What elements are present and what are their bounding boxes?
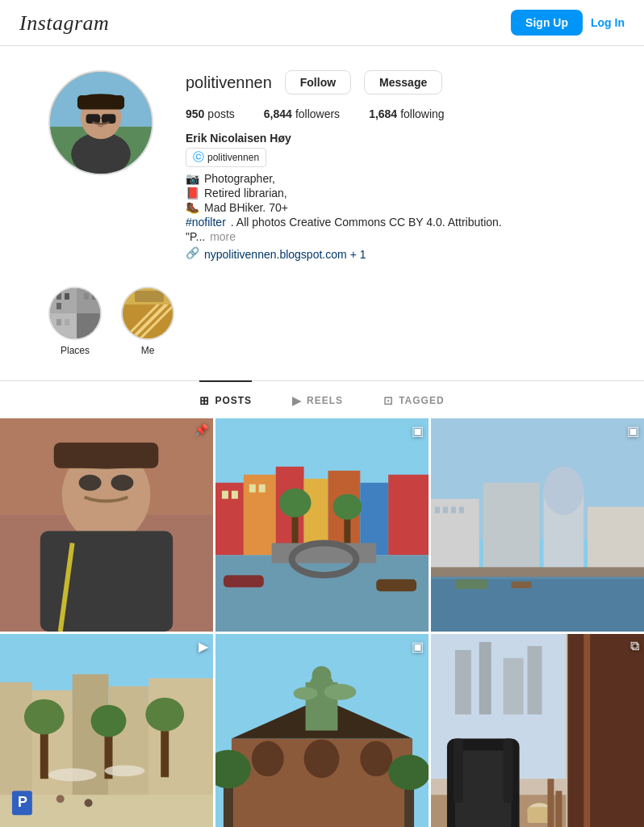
video-icon-4: ▶ bbox=[199, 639, 208, 654]
svg-rect-117 bbox=[479, 642, 491, 715]
grid-image-3 bbox=[431, 418, 644, 632]
header-actions: Sign Up Log In bbox=[511, 10, 625, 36]
bio-line-1: 📷 Photographer, bbox=[186, 172, 610, 185]
tab-tagged[interactable]: ⊡ TAGGED bbox=[383, 381, 444, 418]
media-icon-5: ▣ bbox=[412, 639, 424, 654]
more-link[interactable]: more bbox=[210, 230, 236, 243]
story-label-places: Places bbox=[61, 345, 90, 356]
bio-website: 🔗 nypolitivennen.blogspot.com + 1 bbox=[186, 245, 610, 261]
tab-posts[interactable]: ⊞ POSTS bbox=[199, 380, 252, 418]
svg-rect-50 bbox=[232, 491, 238, 499]
svg-point-93 bbox=[56, 795, 65, 803]
svg-rect-71 bbox=[451, 507, 456, 514]
svg-rect-12 bbox=[77, 287, 100, 313]
svg-rect-75 bbox=[431, 567, 644, 577]
svg-rect-84 bbox=[148, 678, 213, 795]
svg-rect-113 bbox=[567, 634, 644, 827]
bio-line-5: "P... more bbox=[186, 230, 610, 243]
bio-icon-3: 🥾 bbox=[186, 201, 199, 214]
followers-stat[interactable]: 6,844 followers bbox=[264, 107, 340, 120]
svg-rect-77 bbox=[512, 581, 532, 588]
avatar-container bbox=[48, 70, 153, 175]
svg-rect-19 bbox=[92, 293, 97, 300]
svg-rect-16 bbox=[65, 293, 69, 300]
followers-label: followers bbox=[295, 107, 340, 120]
svg-point-67 bbox=[543, 467, 583, 515]
tab-reels[interactable]: ▶ REELS bbox=[292, 381, 343, 418]
grid-item-3[interactable]: ▣ bbox=[431, 418, 644, 632]
svg-point-107 bbox=[294, 687, 318, 700]
svg-point-99 bbox=[252, 741, 284, 776]
bio-quote: "P... bbox=[186, 230, 205, 243]
svg-point-54 bbox=[279, 489, 312, 518]
svg-point-94 bbox=[85, 799, 93, 807]
svg-rect-20 bbox=[56, 319, 61, 325]
story-image-places bbox=[50, 288, 100, 338]
svg-rect-124 bbox=[504, 739, 513, 804]
full-name: Erik Nicolaisen Høy bbox=[186, 132, 610, 145]
video-icon-2: ▣ bbox=[412, 423, 424, 439]
svg-rect-119 bbox=[528, 646, 542, 715]
following-count: 1,684 bbox=[369, 107, 397, 120]
svg-rect-61 bbox=[376, 579, 416, 591]
svg-point-92 bbox=[105, 765, 145, 776]
website-extra: + 1 bbox=[350, 248, 366, 261]
stories-section: Places Me bbox=[0, 279, 644, 372]
svg-point-111 bbox=[388, 754, 429, 790]
story-circle-me bbox=[121, 287, 174, 340]
signup-button[interactable]: Sign Up bbox=[511, 10, 583, 36]
svg-rect-14 bbox=[77, 313, 100, 340]
follow-button[interactable]: Follow bbox=[285, 70, 351, 94]
verified-icon: ⓒ bbox=[193, 150, 204, 165]
instagram-logo: Instagram bbox=[19, 10, 109, 36]
header: Instagram Sign Up Log In bbox=[0, 0, 644, 46]
grid-image-6 bbox=[431, 634, 644, 827]
username: politivennen bbox=[186, 73, 272, 92]
posts-stat: 950 posts bbox=[186, 107, 235, 120]
svg-rect-48 bbox=[388, 475, 429, 556]
story-circle-places bbox=[48, 287, 102, 340]
grid-item-5[interactable]: ▣ bbox=[215, 634, 429, 827]
grid-item-2[interactable]: ▣ bbox=[215, 418, 429, 632]
svg-rect-42 bbox=[215, 483, 244, 556]
profile-info: politivennen Follow Message 950 posts 6,… bbox=[186, 70, 610, 262]
story-item-places[interactable]: Places bbox=[48, 287, 102, 356]
grid-item-1[interactable]: 📌 bbox=[0, 418, 213, 632]
svg-rect-49 bbox=[222, 491, 228, 499]
website-url: nypolitivennen.blogspot.com bbox=[204, 248, 347, 261]
following-stat[interactable]: 1,684 following bbox=[369, 107, 445, 120]
tab-reels-label: REELS bbox=[307, 395, 343, 406]
svg-point-106 bbox=[324, 684, 356, 700]
tab-tagged-label: TAGGED bbox=[399, 395, 444, 406]
story-item-me[interactable]: Me bbox=[121, 287, 174, 356]
grid-item-6[interactable]: ⧉ bbox=[431, 634, 644, 827]
bio-text-1: Photographer, bbox=[204, 172, 275, 185]
svg-rect-127 bbox=[547, 779, 554, 827]
svg-rect-123 bbox=[454, 739, 463, 804]
stats: 950 posts 6,844 followers 1,684 followin… bbox=[186, 107, 610, 120]
grid-item-4[interactable]: P ▶ bbox=[0, 634, 213, 827]
bio-line-2: 📕 Retired librarian, bbox=[186, 187, 610, 199]
svg-rect-18 bbox=[84, 293, 89, 300]
svg-rect-60 bbox=[224, 575, 264, 587]
story-label-me: Me bbox=[141, 345, 155, 356]
svg-rect-36 bbox=[54, 443, 159, 468]
svg-point-100 bbox=[304, 740, 340, 779]
svg-rect-21 bbox=[65, 319, 69, 325]
grid-image-5 bbox=[215, 634, 429, 827]
bio-text-3: Mad BHiker. 70+ bbox=[204, 201, 288, 214]
bio-text-2: Retired librarian, bbox=[204, 187, 287, 199]
login-button[interactable]: Log In bbox=[591, 16, 625, 29]
website-link[interactable]: nypolitivennen.blogspot.com + 1 bbox=[204, 248, 366, 261]
tag-icon: ⊡ bbox=[383, 394, 394, 407]
grid-image-2 bbox=[215, 418, 429, 632]
message-button[interactable]: Message bbox=[364, 70, 442, 94]
svg-rect-57 bbox=[215, 555, 429, 632]
tab-posts-label: POSTS bbox=[215, 395, 252, 406]
verified-badge[interactable]: ⓒ politivennen bbox=[186, 148, 266, 167]
svg-rect-128 bbox=[555, 791, 562, 827]
bio-hashtag[interactable]: #nofilter bbox=[186, 216, 226, 229]
bio-extra: . All photos Creative Commons CC BY 4.0.… bbox=[231, 216, 502, 229]
svg-rect-76 bbox=[455, 579, 487, 589]
profile-top: politivennen Follow Message bbox=[186, 70, 610, 94]
